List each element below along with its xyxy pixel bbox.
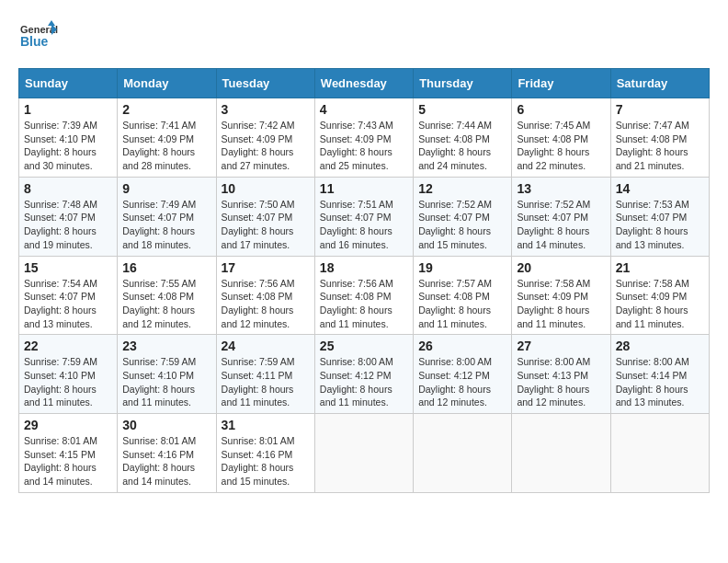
day-number: 27 bbox=[517, 339, 605, 353]
header-thursday: Thursday bbox=[414, 69, 512, 98]
day-info: Sunrise: 7:47 AM Sunset: 4:08 PM Dayligh… bbox=[616, 119, 704, 173]
day-number: 7 bbox=[616, 102, 704, 117]
day-info: Sunrise: 7:59 AM Sunset: 4:10 PM Dayligh… bbox=[122, 355, 210, 409]
day-number: 15 bbox=[24, 260, 112, 275]
calendar-cell bbox=[610, 414, 709, 493]
calendar-cell: 30 Sunrise: 8:01 AM Sunset: 4:16 PM Dayl… bbox=[118, 414, 216, 493]
calendar-table: SundayMondayTuesdayWednesdayThursdayFrid… bbox=[18, 68, 710, 493]
day-number: 5 bbox=[418, 102, 506, 117]
header-tuesday: Tuesday bbox=[216, 69, 314, 98]
day-number: 3 bbox=[222, 102, 310, 117]
calendar-cell: 17 Sunrise: 7:56 AM Sunset: 4:08 PM Dayl… bbox=[216, 256, 314, 335]
calendar-cell: 5 Sunrise: 7:44 AM Sunset: 4:08 PM Dayli… bbox=[414, 98, 512, 178]
calendar-cell: 26 Sunrise: 8:00 AM Sunset: 4:12 PM Dayl… bbox=[414, 335, 512, 414]
day-number: 16 bbox=[122, 260, 210, 275]
calendar-cell bbox=[414, 414, 512, 493]
day-info: Sunrise: 8:01 AM Sunset: 4:16 PM Dayligh… bbox=[122, 434, 210, 488]
day-number: 25 bbox=[320, 339, 408, 353]
calendar-cell: 14 Sunrise: 7:53 AM Sunset: 4:07 PM Dayl… bbox=[610, 177, 709, 256]
week-row-5: 29 Sunrise: 8:01 AM Sunset: 4:15 PM Dayl… bbox=[19, 414, 710, 493]
day-info: Sunrise: 7:57 AM Sunset: 4:08 PM Dayligh… bbox=[418, 277, 506, 331]
calendar-cell: 24 Sunrise: 7:59 AM Sunset: 4:11 PM Dayl… bbox=[216, 335, 314, 414]
day-number: 10 bbox=[222, 181, 310, 196]
calendar-cell: 21 Sunrise: 7:58 AM Sunset: 4:09 PM Dayl… bbox=[610, 256, 709, 335]
day-number: 4 bbox=[320, 102, 408, 117]
day-number: 12 bbox=[418, 181, 506, 196]
week-row-3: 15 Sunrise: 7:54 AM Sunset: 4:07 PM Dayl… bbox=[19, 256, 710, 335]
day-info: Sunrise: 7:41 AM Sunset: 4:09 PM Dayligh… bbox=[122, 119, 210, 173]
day-number: 9 bbox=[122, 181, 210, 196]
day-info: Sunrise: 7:44 AM Sunset: 4:08 PM Dayligh… bbox=[418, 119, 506, 173]
day-number: 18 bbox=[320, 260, 408, 275]
day-info: Sunrise: 7:42 AM Sunset: 4:09 PM Dayligh… bbox=[222, 119, 310, 173]
day-number: 8 bbox=[24, 181, 112, 196]
calendar-cell: 23 Sunrise: 7:59 AM Sunset: 4:10 PM Dayl… bbox=[118, 335, 216, 414]
calendar-cell: 4 Sunrise: 7:43 AM Sunset: 4:09 PM Dayli… bbox=[314, 98, 413, 178]
day-number: 30 bbox=[122, 418, 210, 432]
day-number: 22 bbox=[24, 339, 112, 353]
calendar-cell: 19 Sunrise: 7:57 AM Sunset: 4:08 PM Dayl… bbox=[414, 256, 512, 335]
day-number: 13 bbox=[517, 181, 605, 196]
calendar-cell: 29 Sunrise: 8:01 AM Sunset: 4:15 PM Dayl… bbox=[19, 414, 118, 493]
day-info: Sunrise: 7:56 AM Sunset: 4:08 PM Dayligh… bbox=[320, 277, 408, 331]
svg-marker-4 bbox=[48, 20, 55, 26]
day-info: Sunrise: 8:01 AM Sunset: 4:15 PM Dayligh… bbox=[24, 434, 112, 488]
day-info: Sunrise: 7:48 AM Sunset: 4:07 PM Dayligh… bbox=[24, 198, 112, 252]
day-number: 26 bbox=[418, 339, 506, 353]
calendar-cell: 1 Sunrise: 7:39 AM Sunset: 4:10 PM Dayli… bbox=[19, 98, 118, 178]
day-info: Sunrise: 8:00 AM Sunset: 4:13 PM Dayligh… bbox=[517, 355, 605, 409]
header-sunday: Sunday bbox=[19, 69, 118, 98]
day-number: 14 bbox=[616, 181, 704, 196]
page-header: General Blue bbox=[18, 18, 710, 59]
calendar-cell: 25 Sunrise: 8:00 AM Sunset: 4:12 PM Dayl… bbox=[314, 335, 413, 414]
day-info: Sunrise: 8:00 AM Sunset: 4:12 PM Dayligh… bbox=[418, 355, 506, 409]
calendar-cell: 7 Sunrise: 7:47 AM Sunset: 4:08 PM Dayli… bbox=[610, 98, 709, 178]
day-number: 11 bbox=[320, 181, 408, 196]
day-number: 2 bbox=[122, 102, 210, 117]
week-row-1: 1 Sunrise: 7:39 AM Sunset: 4:10 PM Dayli… bbox=[19, 98, 710, 178]
day-number: 23 bbox=[122, 339, 210, 353]
header-saturday: Saturday bbox=[610, 69, 709, 98]
calendar-cell: 18 Sunrise: 7:56 AM Sunset: 4:08 PM Dayl… bbox=[314, 256, 413, 335]
day-info: Sunrise: 7:52 AM Sunset: 4:07 PM Dayligh… bbox=[517, 198, 605, 252]
logo-icon: General Blue bbox=[18, 18, 59, 59]
svg-text:Blue: Blue bbox=[20, 34, 49, 49]
day-number: 31 bbox=[222, 418, 310, 432]
day-info: Sunrise: 7:58 AM Sunset: 4:09 PM Dayligh… bbox=[517, 277, 605, 331]
logo: General Blue bbox=[18, 18, 59, 59]
day-number: 1 bbox=[24, 102, 112, 117]
header-monday: Monday bbox=[118, 69, 216, 98]
calendar-cell: 11 Sunrise: 7:51 AM Sunset: 4:07 PM Dayl… bbox=[314, 177, 413, 256]
calendar-cell bbox=[512, 414, 610, 493]
calendar-cell: 28 Sunrise: 8:00 AM Sunset: 4:14 PM Dayl… bbox=[610, 335, 709, 414]
calendar-cell: 20 Sunrise: 7:58 AM Sunset: 4:09 PM Dayl… bbox=[512, 256, 610, 335]
day-number: 19 bbox=[418, 260, 506, 275]
header-wednesday: Wednesday bbox=[314, 69, 413, 98]
day-number: 6 bbox=[517, 102, 605, 117]
day-info: Sunrise: 7:59 AM Sunset: 4:10 PM Dayligh… bbox=[24, 355, 112, 409]
calendar-cell: 15 Sunrise: 7:54 AM Sunset: 4:07 PM Dayl… bbox=[19, 256, 118, 335]
day-info: Sunrise: 8:00 AM Sunset: 4:14 PM Dayligh… bbox=[616, 355, 704, 409]
day-number: 17 bbox=[222, 260, 310, 275]
day-info: Sunrise: 7:56 AM Sunset: 4:08 PM Dayligh… bbox=[222, 277, 310, 331]
day-info: Sunrise: 7:50 AM Sunset: 4:07 PM Dayligh… bbox=[222, 198, 310, 252]
week-row-4: 22 Sunrise: 7:59 AM Sunset: 4:10 PM Dayl… bbox=[19, 335, 710, 414]
day-info: Sunrise: 7:43 AM Sunset: 4:09 PM Dayligh… bbox=[320, 119, 408, 173]
day-info: Sunrise: 7:49 AM Sunset: 4:07 PM Dayligh… bbox=[122, 198, 210, 252]
day-info: Sunrise: 7:45 AM Sunset: 4:08 PM Dayligh… bbox=[517, 119, 605, 173]
calendar-cell: 12 Sunrise: 7:52 AM Sunset: 4:07 PM Dayl… bbox=[414, 177, 512, 256]
day-number: 21 bbox=[616, 260, 704, 275]
calendar-cell: 9 Sunrise: 7:49 AM Sunset: 4:07 PM Dayli… bbox=[118, 177, 216, 256]
day-number: 29 bbox=[24, 418, 112, 432]
day-info: Sunrise: 7:54 AM Sunset: 4:07 PM Dayligh… bbox=[24, 277, 112, 331]
day-number: 20 bbox=[517, 260, 605, 275]
day-info: Sunrise: 7:39 AM Sunset: 4:10 PM Dayligh… bbox=[24, 119, 112, 173]
calendar-cell: 31 Sunrise: 8:01 AM Sunset: 4:16 PM Dayl… bbox=[216, 414, 314, 493]
day-number: 28 bbox=[616, 339, 704, 353]
calendar-cell: 2 Sunrise: 7:41 AM Sunset: 4:09 PM Dayli… bbox=[118, 98, 216, 178]
calendar-cell: 3 Sunrise: 7:42 AM Sunset: 4:09 PM Dayli… bbox=[216, 98, 314, 178]
week-row-2: 8 Sunrise: 7:48 AM Sunset: 4:07 PM Dayli… bbox=[19, 177, 710, 256]
calendar-cell: 16 Sunrise: 7:55 AM Sunset: 4:08 PM Dayl… bbox=[118, 256, 216, 335]
calendar-cell: 6 Sunrise: 7:45 AM Sunset: 4:08 PM Dayli… bbox=[512, 98, 610, 178]
day-info: Sunrise: 7:59 AM Sunset: 4:11 PM Dayligh… bbox=[222, 355, 310, 409]
